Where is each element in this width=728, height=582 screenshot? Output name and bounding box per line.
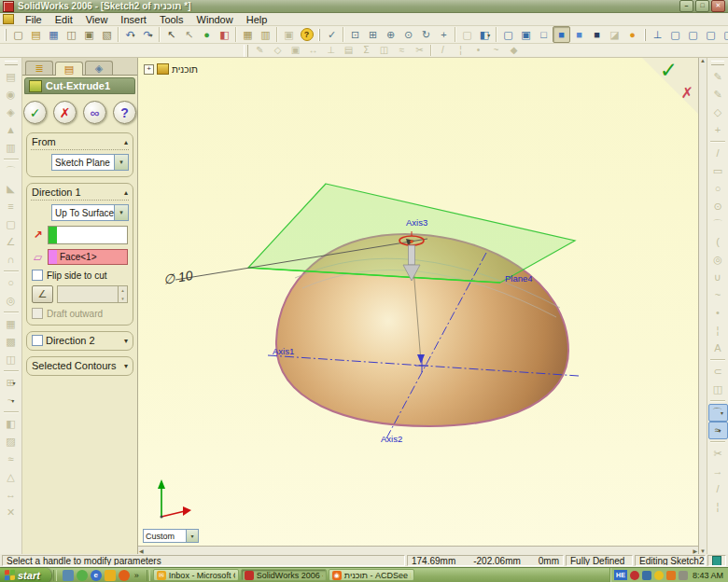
horizontal-scrollbar[interactable]: ◀ ▶ <box>138 546 698 554</box>
zoom-to-area-icon[interactable]: ⊞ <box>364 26 382 43</box>
detailed-preview-button[interactable]: ∞ <box>83 101 106 124</box>
left-view-icon[interactable]: ▢ <box>702 26 720 43</box>
help-icon[interactable]: ? <box>298 26 315 43</box>
view-orientation-icon[interactable]: ◧▾ <box>476 26 494 43</box>
draft-button[interactable]: ∠ <box>32 285 53 303</box>
realview-graphics-icon[interactable]: ● <box>623 26 641 43</box>
shadows-in-shaded-mode-icon[interactable]: ■ <box>588 26 606 43</box>
diameter-dimension[interactable]: ∅ 10 <box>162 268 194 287</box>
tab-featuremanager[interactable]: ≣ <box>25 61 53 75</box>
print-preview-icon[interactable]: ▧ <box>98 26 116 43</box>
tray-updates-icon[interactable] <box>654 571 664 580</box>
plane4-label[interactable]: Plane4 <box>505 273 533 284</box>
collapse-arrow-icon[interactable]: ▴ <box>124 138 128 146</box>
menu-window[interactable]: Window <box>190 14 240 25</box>
back-view-icon[interactable]: ▢ <box>684 26 702 43</box>
tray-volume-icon[interactable] <box>666 571 676 580</box>
tray-display-icon[interactable] <box>642 571 651 580</box>
design-binder-icon[interactable]: ▥ <box>257 26 274 43</box>
toolbar-grip[interactable] <box>711 61 724 65</box>
shaded-icon[interactable]: ■ <box>570 26 588 43</box>
part-name[interactable]: תוכנית <box>172 64 198 75</box>
print-icon[interactable]: ▣ <box>80 26 98 43</box>
expand-arrow-icon[interactable]: ▾ <box>124 362 128 370</box>
from-combo[interactable]: Sketch Plane ▾ <box>51 154 129 171</box>
normal-to-icon[interactable]: ⊥ <box>649 26 666 43</box>
pan-icon[interactable]: + <box>435 26 453 43</box>
tray-scheduler-icon[interactable] <box>679 571 688 580</box>
save-icon[interactable]: ▦ <box>45 26 63 43</box>
internet-explorer-icon[interactable]: e <box>91 570 102 581</box>
menu-insert[interactable]: Insert <box>114 14 153 25</box>
dropdown-arrow-icon[interactable]: ▾ <box>114 205 128 220</box>
tree-expand-icon[interactable]: + <box>144 64 154 75</box>
new-document-icon[interactable]: ▢ <box>9 26 27 43</box>
confirm-ok-icon[interactable]: ✓ <box>660 60 678 81</box>
tab-configurationmanager[interactable]: ◈ <box>85 61 113 75</box>
toolbar-grip[interactable] <box>244 45 248 57</box>
messenger-icon[interactable] <box>77 570 88 581</box>
zoom-in-out-icon[interactable]: ⊕ <box>382 26 399 43</box>
confirm-cancel-icon[interactable]: ✗ <box>681 86 693 101</box>
axis3-label[interactable]: Axis3 <box>406 217 427 228</box>
maximize-button[interactable]: □ <box>695 0 709 12</box>
start-button[interactable]: start <box>0 568 51 582</box>
hidden-lines-visible-icon[interactable]: ▣ <box>517 26 535 43</box>
toolbar-grip[interactable] <box>5 61 18 65</box>
vertical-scrollbar[interactable]: ▲ ▼ <box>698 58 707 554</box>
select-other-icon[interactable]: ↖ <box>180 26 198 43</box>
dropdown-arrow-icon[interactable]: ▾ <box>186 530 198 542</box>
menu-tools[interactable]: Tools <box>153 14 190 25</box>
show-desktop-icon[interactable] <box>63 570 74 581</box>
menu-file[interactable]: File <box>19 14 49 25</box>
axis2-label[interactable]: Axis2 <box>381 434 402 444</box>
edit-color-icon[interactable]: ◧ <box>216 26 233 43</box>
sketch-point[interactable] <box>410 240 413 243</box>
zoom-to-selection-icon[interactable]: ⊙ <box>399 26 417 43</box>
sketch-fillet-icon[interactable]: ⌒▾ <box>708 404 728 422</box>
tray-antivirus-icon[interactable] <box>630 571 639 580</box>
right-view-icon[interactable]: ▢ <box>720 26 728 43</box>
ok-button[interactable]: ✓ <box>23 101 47 124</box>
menu-view[interactable]: View <box>79 14 115 25</box>
undo-icon[interactable]: ↶▾ <box>121 26 139 43</box>
flip-side-checkbox[interactable] <box>32 270 43 281</box>
toolbar-grip[interactable] <box>5 29 7 41</box>
language-indicator[interactable]: HE <box>614 570 627 580</box>
end-condition-combo[interactable]: Up To Surface ▾ <box>51 204 129 221</box>
feature-tree-node[interactable]: + תוכנית <box>144 63 198 75</box>
close-button[interactable]: ✕ <box>711 0 725 12</box>
firefox-icon[interactable] <box>119 570 130 581</box>
shaded-with-edges-icon[interactable]: ■ <box>553 26 570 43</box>
redo-icon[interactable]: ↷▾ <box>139 26 157 43</box>
toolbar-grip[interactable] <box>318 29 320 41</box>
tab-propertymanager[interactable]: ▤ <box>55 62 83 76</box>
zoom-to-fit-icon[interactable]: ⊡ <box>346 26 364 43</box>
toolbar-grip[interactable] <box>644 29 646 41</box>
extrude-arrow-shaft[interactable] <box>409 245 415 265</box>
rebuild-icon[interactable]: ● <box>198 26 216 43</box>
graphics-viewport[interactable]: ∅ 10 Axis3 Plane4 Axis1 Axis2 <box>138 58 698 554</box>
menu-help[interactable]: Help <box>240 14 274 25</box>
design-table-icon[interactable]: ▦ <box>239 26 257 43</box>
menu-edit[interactable]: Edit <box>49 14 79 25</box>
dropdown-arrow-icon[interactable]: ▾ <box>114 155 128 170</box>
direction2-checkbox[interactable] <box>32 335 43 346</box>
axis1-label[interactable]: Axis1 <box>273 346 294 356</box>
expand-arrow-icon[interactable]: ▾ <box>124 337 128 345</box>
scroll-up-icon[interactable]: ▲ <box>700 58 706 63</box>
scroll-right-icon[interactable]: ▶ <box>693 547 697 554</box>
cancel-button[interactable]: ✗ <box>53 101 77 124</box>
open-document-icon[interactable]: ▤ <box>27 26 45 43</box>
wireframe-icon[interactable]: ▢ <box>499 26 517 43</box>
view-selector-combo[interactable]: Custom ▾ <box>143 529 199 543</box>
rotate-view-icon[interactable]: ↻ <box>417 26 435 43</box>
task-button-outlook[interactable]: ✉ Inbox - Microsoft Out... <box>153 569 239 581</box>
front-view-icon[interactable]: ▢ <box>666 26 684 43</box>
acdsee-quick-icon[interactable] <box>105 570 116 581</box>
direction-reference-field[interactable] <box>48 226 128 244</box>
make-drawing-from-part-icon[interactable]: ◫ <box>63 26 80 43</box>
selection-filter-icon[interactable]: ✓ <box>323 26 341 43</box>
offset-entities-tool-icon[interactable]: ≈▾ <box>708 422 728 439</box>
overflow-chevron-icon[interactable]: » <box>133 571 141 580</box>
